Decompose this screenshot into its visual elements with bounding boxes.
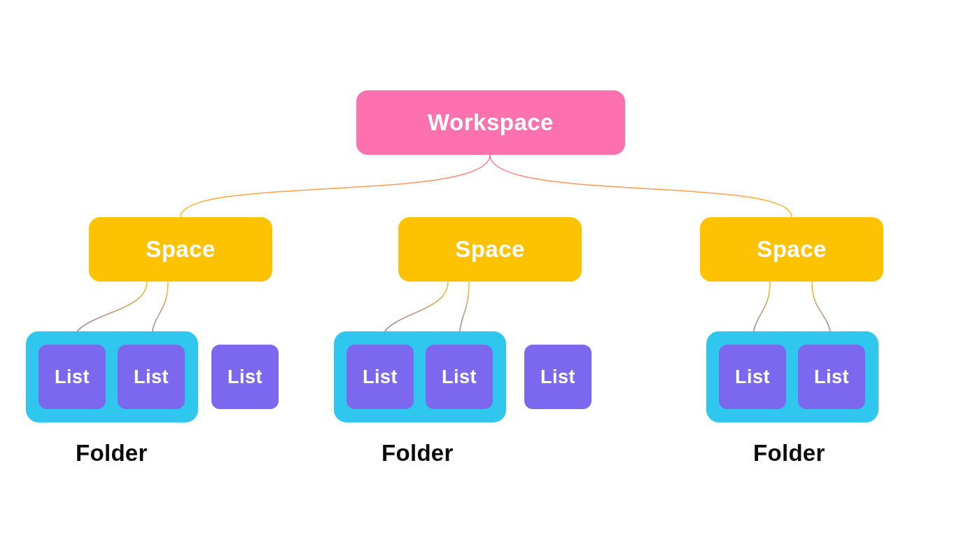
list-label: List	[442, 366, 477, 388]
list-label: List	[735, 366, 770, 388]
list-node: List	[118, 345, 185, 409]
list-label: List	[55, 366, 90, 388]
list-node: List	[211, 345, 279, 409]
list-node: List	[346, 345, 414, 409]
list-label: List	[540, 366, 575, 388]
hierarchy-diagram: Workspace Space Space Space List List Li…	[0, 0, 980, 552]
list-label: List	[227, 366, 262, 388]
folder-label: Folder	[382, 440, 454, 467]
list-label: List	[814, 366, 849, 388]
space-node: Space	[700, 217, 883, 282]
list-node: List	[798, 345, 865, 409]
list-node: List	[719, 345, 786, 409]
list-node: List	[426, 345, 493, 409]
space-node: Space	[89, 217, 272, 282]
folder-label: Folder	[76, 440, 148, 467]
list-node: List	[38, 345, 106, 409]
list-label: List	[363, 366, 398, 388]
space-label: Space	[455, 236, 525, 263]
workspace-label: Workspace	[428, 109, 554, 136]
workspace-node: Workspace	[356, 90, 625, 155]
folder-label: Folder	[753, 440, 825, 467]
space-label: Space	[757, 236, 827, 263]
space-node: Space	[398, 217, 582, 282]
list-label: List	[134, 366, 169, 388]
space-label: Space	[146, 236, 216, 263]
list-node: List	[524, 345, 592, 409]
